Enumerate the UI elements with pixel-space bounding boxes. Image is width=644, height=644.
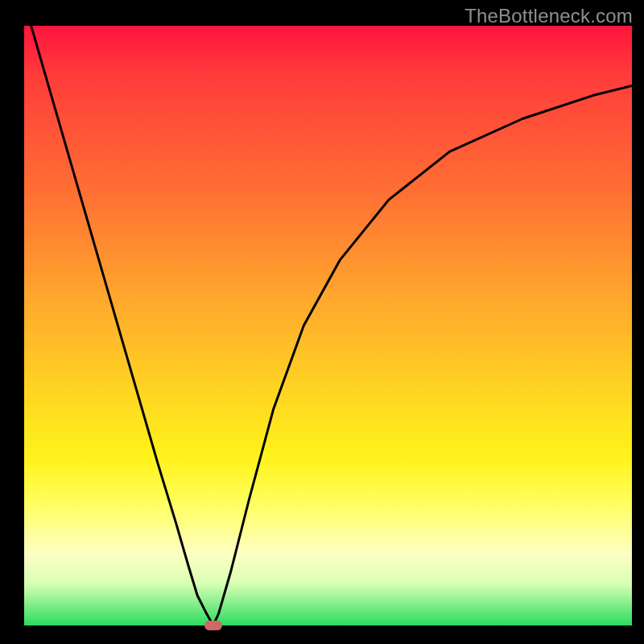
chart-frame: TheBottleneck.com [0, 0, 644, 644]
watermark-text: TheBottleneck.com [464, 5, 633, 27]
bottleneck-curve [24, 26, 632, 625]
minimum-marker [204, 621, 222, 630]
curve-path [24, 2, 632, 625]
plot-area [24, 26, 632, 625]
